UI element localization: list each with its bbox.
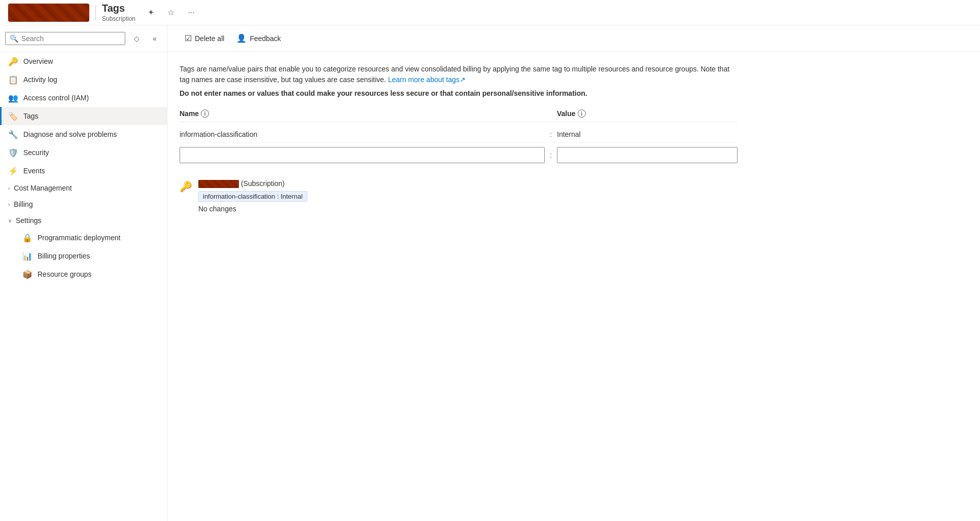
value-column-header: Value i: [545, 109, 738, 118]
access-control-icon: 👥: [8, 93, 18, 103]
subscription-label: Subscription: [102, 15, 135, 22]
sidebar-item-security-label: Security: [23, 148, 49, 157]
sidebar-nav: 🔑 Overview 📋 Activity log 👥 Access contr…: [0, 52, 167, 521]
star-icon[interactable]: ☆: [164, 6, 178, 20]
tag-value-cell: Internal: [557, 130, 738, 138]
preview-item: 🔑 (Subscription) information-classificat…: [180, 179, 968, 213]
learn-more-link[interactable]: Learn more about tags↗: [388, 76, 466, 84]
feedback-icon: 👤: [236, 33, 247, 43]
redacted-name: [198, 180, 239, 188]
tags-table: Name i Value i information-classificatio…: [180, 109, 738, 167]
delete-all-button[interactable]: ☑ Delete all: [180, 30, 229, 46]
delete-all-label: Delete all: [195, 34, 224, 43]
tag-row: information-classification : Internal: [180, 126, 738, 143]
sidebar-item-overview-label: Overview: [23, 57, 53, 65]
sidebar-group-billing[interactable]: › Billing: [0, 196, 167, 212]
programmatic-deployment-icon: 🔒: [22, 233, 32, 243]
input-separator: :: [545, 151, 557, 159]
pin-icon[interactable]: ✦: [144, 6, 158, 20]
name-info-icon[interactable]: i: [201, 109, 209, 118]
page-title: Tags: [102, 3, 135, 14]
tags-header-row: Name i Value i: [180, 109, 738, 122]
sidebar-item-diagnose[interactable]: 🔧 Diagnose and solve problems: [0, 125, 167, 143]
value-info-icon[interactable]: i: [578, 109, 586, 118]
preview-section: 🔑 (Subscription) information-classificat…: [180, 179, 968, 213]
sidebar-group-billing-label: Billing: [14, 200, 32, 208]
tag-name-cell: information-classification: [180, 130, 545, 138]
sidebar-group-cost-management[interactable]: › Cost Management: [0, 180, 167, 196]
header-icons: ✦ ☆ ···: [144, 6, 198, 20]
security-icon: 🛡️: [8, 147, 18, 158]
preview-subscription-label: (Subscription): [241, 179, 285, 188]
feedback-button[interactable]: 👤 Feedback: [231, 30, 286, 46]
sidebar-item-access-control[interactable]: 👥 Access control (IAM): [0, 89, 167, 107]
sidebar-item-billing-properties-label: Billing properties: [38, 252, 90, 260]
description-text: Tags are name/value pairs that enable yo…: [180, 64, 738, 85]
billing-chevron-icon: ›: [8, 202, 10, 207]
content-area: ☑ Delete all 👤 Feedback Tags are name/va…: [167, 25, 980, 521]
tag-input-row: :: [180, 143, 738, 167]
sidebar-item-billing-properties[interactable]: 📊 Billing properties: [0, 247, 167, 265]
sidebar-item-overview[interactable]: 🔑 Overview: [0, 52, 167, 70]
main-layout: 🔍 ◇ « 🔑 Overview 📋 Activity log 👥 Access…: [0, 25, 980, 521]
sidebar-search-box[interactable]: 🔍: [5, 32, 125, 45]
sidebar-item-diagnose-label: Diagnose and solve problems: [23, 130, 117, 138]
preview-no-changes: No changes: [198, 205, 307, 213]
sidebar-group-cost-management-label: Cost Management: [14, 184, 72, 192]
resource-groups-icon: 📦: [22, 269, 32, 279]
sidebar-item-tags[interactable]: 🏷️ Tags: [0, 107, 167, 125]
preview-key-icon: 🔑: [180, 180, 192, 193]
settings-chevron-icon: ∨: [8, 218, 12, 224]
diagnose-icon: 🔧: [8, 129, 18, 139]
sidebar-item-activity-log-label: Activity log: [23, 76, 57, 84]
tag-name-input[interactable]: [180, 147, 545, 163]
toolbar: ☑ Delete all 👤 Feedback: [167, 25, 980, 52]
sidebar-item-events-label: Events: [23, 167, 45, 175]
azure-logo[interactable]: [8, 4, 89, 22]
sidebar: 🔍 ◇ « 🔑 Overview 📋 Activity log 👥 Access…: [0, 25, 167, 521]
activity-log-icon: 📋: [8, 75, 18, 85]
content-body: Tags are name/value pairs that enable yo…: [167, 52, 980, 521]
search-input[interactable]: [21, 34, 121, 43]
header-divider: [95, 5, 96, 20]
sidebar-group-settings[interactable]: ∨ Settings: [0, 212, 167, 229]
preview-content: (Subscription) information-classificatio…: [198, 179, 307, 213]
more-options-icon[interactable]: ···: [184, 6, 198, 20]
billing-properties-icon: 📊: [22, 251, 32, 261]
name-column-header: Name i: [180, 109, 533, 118]
feedback-label: Feedback: [250, 34, 281, 43]
header-title-group: Tags Subscription: [102, 3, 135, 22]
sidebar-item-security[interactable]: 🛡️ Security: [0, 143, 167, 162]
events-icon: ⚡: [8, 166, 18, 176]
app-header: Tags Subscription ✦ ☆ ···: [0, 0, 980, 25]
sidebar-item-programmatic-deployment[interactable]: 🔒 Programmatic deployment: [0, 229, 167, 247]
tag-value-input[interactable]: [557, 147, 738, 163]
sidebar-item-resource-groups[interactable]: 📦 Resource groups: [0, 265, 167, 283]
sidebar-search-row: 🔍 ◇ «: [0, 25, 167, 52]
tags-icon: 🏷️: [8, 111, 18, 121]
diamond-icon[interactable]: ◇: [129, 31, 144, 46]
warning-text: Do not enter names or values that could …: [180, 89, 738, 97]
tag-row-separator: :: [545, 130, 557, 138]
sidebar-group-settings-label: Settings: [16, 216, 42, 225]
sidebar-item-resource-groups-label: Resource groups: [38, 270, 92, 278]
preview-title: (Subscription): [198, 179, 307, 188]
sidebar-item-activity-log[interactable]: 📋 Activity log: [0, 70, 167, 89]
sidebar-item-tags-label: Tags: [23, 112, 39, 120]
preview-tag-badge: information-classification : Internal: [198, 191, 307, 202]
cost-management-chevron-icon: ›: [8, 185, 10, 191]
collapse-icon[interactable]: «: [148, 31, 162, 46]
sidebar-item-access-control-label: Access control (IAM): [23, 94, 89, 102]
delete-all-icon: ☑: [185, 33, 192, 43]
sidebar-item-programmatic-deployment-label: Programmatic deployment: [38, 234, 120, 242]
overview-icon: 🔑: [8, 56, 18, 66]
sidebar-item-events[interactable]: ⚡ Events: [0, 162, 167, 180]
search-icon: 🔍: [10, 34, 18, 43]
